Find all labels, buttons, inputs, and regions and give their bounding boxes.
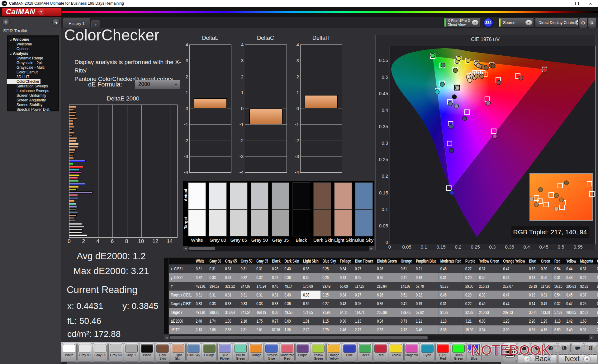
gear-icon[interactable]: ⚙ [579,18,587,28]
table-cell[interactable]: 0.25 [320,264,338,273]
table-cell[interactable]: 0.27 [463,264,477,273]
patch-button-gray-80[interactable]: Gray 80 [77,343,92,362]
table-cell[interactable]: 0.26 [320,273,338,282]
table-cell[interactable]: 313.64 [223,308,239,317]
table-cell[interactable]: 0.36 [301,299,320,308]
table-cell[interactable]: 0.29 [270,273,282,282]
table-cell[interactable]: 0.31 [438,299,463,308]
table-cell[interactable]: 1.01 [301,317,320,325]
media-button[interactable] [571,343,584,353]
table-cell[interactable]: 205.98 [375,308,399,317]
table-cell[interactable]: 0.31 [223,291,239,299]
table-cell[interactable]: 0.26 [375,291,399,299]
swatch-gray-35[interactable]: Gray 35 [272,182,289,243]
table-cell[interactable]: 92.61 [578,308,595,317]
table-cell[interactable]: 0.33 [207,299,223,308]
table-cell[interactable]: 0.33 [254,299,270,308]
table-cell[interactable]: 0.31 [239,291,254,299]
table-cell[interactable]: 0.45 [564,291,578,299]
table-cell[interactable]: 139.45 [399,308,414,317]
table-cell[interactable]: 6.51 [527,325,539,334]
table-cell[interactable]: 0.19 [527,264,539,273]
table-cell[interactable]: 64.11 [338,308,353,317]
table-cell[interactable]: 2.46 [338,325,353,334]
table-cell[interactable]: 0.33 [194,299,207,308]
table-cell[interactable]: 0.94 [375,317,399,325]
meter-selector[interactable]: X-Rite i1Pro 2Direct View ▼ [444,17,480,28]
swatch-gray-50[interactable]: Gray 50 [251,182,268,243]
scrollbar-thumb[interactable] [67,362,169,364]
table-cell[interactable]: 216.23 [477,282,501,291]
table-cell[interactable]: 0.25 [353,299,375,308]
table-cell[interactable]: 0.73 [399,317,414,325]
table-cell[interactable]: 290.05 [564,308,578,317]
table-cell[interactable]: 117.27 [353,282,375,291]
patch-button-blue[interactable]: Blue [342,343,357,362]
table-cell[interactable]: 0.36 [282,273,301,282]
table-cell[interactable]: 3.46 [414,325,439,334]
table-cell[interactable]: 0.14 [527,299,539,308]
table-cell[interactable]: 2.79 [320,325,338,334]
sidebar-item-screen-uniformity[interactable]: Screen Uniformity [7,93,59,98]
swatch-light-skin[interactable]: Light Skin [334,182,352,243]
table-cell[interactable]: 0.31 [239,264,254,273]
table-cell[interactable]: 0.24 [578,273,595,282]
calman-logo-button[interactable]: CalMAN ▼ [2,7,62,16]
table-cell[interactable]: 0.49 [477,299,501,308]
scrollbar-thumb[interactable] [169,336,428,339]
table-cell[interactable]: 1.63 [578,317,595,325]
table-cell[interactable]: 3.49 [564,325,578,334]
table-cell[interactable]: 0.44 [564,264,578,273]
table-cell[interactable]: 0.31 [553,273,564,282]
sidebar-item-luminance-sweeps[interactable]: Luminance Sweeps [7,89,59,93]
table-cell[interactable]: 57.37 [553,308,564,317]
table-cell[interactable]: 0.47 [501,291,527,299]
patch-button-moderate-red[interactable]: Moderate Red [280,343,295,362]
de-formula-select[interactable]: 2000 ▼ [135,80,180,89]
table-cell[interactable]: 1.18 [553,317,564,325]
table-cell[interactable]: 0.51 [399,264,414,273]
restore-button[interactable] [570,0,584,7]
sidebar-item-grayscale-multi[interactable]: Grayscale - Multi [7,65,59,70]
table-cell[interactable]: 0.36 [282,299,301,308]
table-cell[interactable]: 15.09 [463,325,477,334]
source-selector[interactable]: Source ▼ [498,17,534,28]
collapse-panel-button[interactable]: ◀ [588,18,596,28]
meter-count-badge[interactable]: 234 [483,18,493,28]
swatch-gray-65[interactable]: Gray 65 [230,182,248,243]
table-cell[interactable]: 3.09 [501,325,527,334]
table-cell[interactable]: 394.52 [207,282,223,291]
table-cell[interactable]: 91.73 [438,282,463,291]
table-cell[interactable]: 0.31 [254,264,270,273]
patch-button-gray-50[interactable]: Gray 50 [108,343,123,362]
swatch-dark-skin[interactable]: Dark Skin [313,182,331,243]
table-cell[interactable]: 0.54 [553,264,564,273]
patch-button-purple[interactable]: Purple [295,343,310,362]
table-cell[interactable]: 0.43 [338,299,353,308]
table-cell[interactable]: 56.15 [553,282,564,291]
table-cell[interactable]: 0.38 [301,264,320,273]
sidebar-item-spectral-power-dist[interactable]: Spectral Power Dist. [7,107,59,111]
table-cell[interactable]: 6.59 [553,325,564,334]
sidebar-item-dynamic-range[interactable]: Dynamic Range [7,56,59,61]
patch-button-orange-yellow[interactable]: Orange Yellow [326,343,341,362]
table-cell[interactable]: 3.21 [463,317,477,325]
sidebar-item-colorchecker[interactable]: ColorChecker [7,79,40,84]
table-cell[interactable]: 0.44 [501,273,527,282]
table-cell[interactable]: 0.43 [338,273,353,282]
table-cell[interactable]: 0.48 [564,273,578,282]
patch-button-blue-flower[interactable]: Blue Flower [217,343,232,362]
table-cell[interactable]: 0.31 [254,291,270,299]
table-cell[interactable]: 241.54 [239,308,254,317]
table-cell[interactable]: 175.89 [301,282,320,291]
patch-button-yellow[interactable]: Yellow [389,343,404,362]
table-cell[interactable]: 0.32 [254,273,270,282]
results-table[interactable]: WhiteGray 80Gray 65Gray 50Gray 35BlackDa… [169,258,598,334]
table-cell[interactable]: 91.87 [438,308,463,317]
patch-button-light-skin[interactable]: Light Skin [171,343,186,362]
table-cell[interactable]: 0.33 [207,273,223,282]
table-cell[interactable]: 3.04 [477,325,501,334]
table-cell[interactable]: 2.55 [223,325,239,334]
table-cell[interactable]: 0.46 [438,291,463,299]
table-cell[interactable]: 95.52 [595,308,598,317]
